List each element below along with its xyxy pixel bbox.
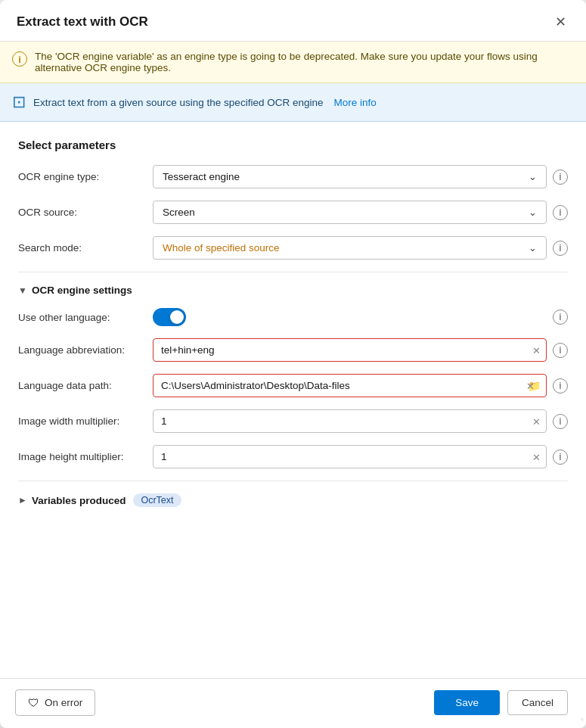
image-height-row: Image height multiplier: ✕ i [18, 445, 568, 468]
on-error-button[interactable]: 🛡 On error [15, 689, 95, 716]
image-width-info-icon[interactable]: i [553, 414, 568, 429]
toggle-knob [170, 310, 184, 324]
search-mode-select[interactable]: Whole of specified source ⌄ [153, 236, 547, 260]
language-data-path-info-icon[interactable]: i [553, 378, 568, 394]
chevron-expand-icon: ► [18, 495, 27, 506]
variables-label[interactable]: ► Variables produced [18, 495, 126, 506]
image-width-clear-icon[interactable]: ✕ [532, 415, 541, 427]
image-height-label: Image height multiplier: [18, 451, 145, 462]
shield-icon: 🛡 [28, 696, 39, 709]
chevron-down-icon: ⌄ [529, 207, 537, 218]
dialog-body: Select parameters OCR engine type: Tesse… [0, 122, 586, 678]
image-width-control: ✕ i [153, 409, 568, 433]
ocr-source-row: OCR source: Screen ⌄ i [18, 201, 568, 224]
chevron-down-icon: ⌄ [529, 171, 537, 182]
image-height-control: ✕ i [153, 445, 568, 468]
language-data-path-label: Language data path: [18, 380, 145, 391]
use-other-language-control: i [153, 308, 568, 326]
more-info-link[interactable]: More info [333, 97, 376, 108]
language-data-path-input[interactable] [153, 374, 547, 397]
engine-settings-label: OCR engine settings [32, 285, 132, 296]
warning-icon: i [12, 51, 27, 67]
engine-settings-header[interactable]: ▼ OCR engine settings [18, 285, 568, 296]
image-width-row: Image width multiplier: ✕ i [18, 409, 568, 433]
path-icons: 📁 ✕ [528, 380, 541, 392]
variables-text: Variables produced [32, 495, 126, 506]
language-abbreviation-clear-icon[interactable]: ✕ [532, 344, 541, 356]
search-mode-row: Search mode: Whole of specified source ⌄… [18, 236, 568, 260]
ocr-source-control: Screen ⌄ i [153, 201, 568, 224]
image-height-wrapper: ✕ [153, 445, 547, 468]
use-other-language-info-icon[interactable]: i [553, 310, 568, 325]
use-other-language-row: Use other language: i [18, 308, 568, 326]
language-abbreviation-label: Language abbreviation: [18, 344, 145, 356]
warning-text: The 'OCR engine variable' as an engine t… [35, 51, 571, 73]
image-height-info-icon[interactable]: i [553, 450, 568, 465]
chevron-down-icon: ⌄ [529, 242, 537, 254]
ocr-source-select[interactable]: Screen ⌄ [153, 201, 547, 224]
chevron-collapse-icon: ▼ [18, 285, 27, 296]
close-button[interactable]: ✕ [550, 14, 571, 30]
language-abbreviation-info-icon[interactable]: i [553, 343, 568, 358]
language-abbreviation-wrapper: ✕ [153, 338, 547, 362]
ocr-engine-info-icon[interactable]: i [553, 170, 568, 185]
language-data-path-row: Language data path: 📁 ✕ i [18, 374, 568, 397]
variables-row: ► Variables produced OcrText [18, 493, 568, 507]
dialog-footer: 🛡 On error Save Cancel [0, 678, 586, 728]
image-width-input[interactable] [153, 409, 547, 433]
search-mode-label: Search mode: [18, 242, 145, 254]
ocr-banner-icon: ⊡ [12, 92, 26, 112]
ocr-source-value: Screen [163, 207, 195, 218]
image-height-clear-icon[interactable]: ✕ [532, 451, 541, 462]
ocr-engine-label: OCR engine type: [18, 171, 145, 182]
extract-text-dialog: Extract text with OCR ✕ i The 'OCR engin… [0, 0, 586, 728]
info-banner: ⊡ Extract text from a given source using… [0, 83, 586, 122]
image-width-wrapper: ✕ [153, 409, 547, 433]
resize-handle[interactable]: ⌝ [580, 717, 584, 726]
use-other-language-label: Use other language: [18, 312, 145, 323]
ocr-source-info-icon[interactable]: i [553, 205, 568, 220]
ocr-source-label: OCR source: [18, 207, 145, 218]
variables-badge: OcrText [133, 493, 181, 507]
language-abbreviation-row: Language abbreviation: ✕ i [18, 338, 568, 362]
language-data-path-clear-icon[interactable]: ✕ [526, 380, 535, 391]
info-banner-text: Extract text from a given source using t… [33, 97, 323, 108]
footer-right: Save Cancel [434, 690, 568, 715]
language-abbreviation-control: ✕ i [153, 338, 568, 362]
ocr-engine-value: Tesseract engine [163, 171, 240, 182]
search-mode-control: Whole of specified source ⌄ i [153, 236, 568, 260]
search-mode-value: Whole of specified source [163, 242, 280, 254]
section-title: Select parameters [18, 138, 568, 151]
dialog-title: Extract text with OCR [17, 14, 148, 30]
use-other-language-toggle[interactable] [153, 308, 186, 326]
image-width-label: Image width multiplier: [18, 415, 145, 427]
language-data-path-control: 📁 ✕ i [153, 374, 568, 397]
search-mode-info-icon[interactable]: i [553, 241, 568, 256]
section-divider [18, 272, 568, 272]
language-abbreviation-input[interactable] [153, 338, 547, 362]
variables-divider [18, 481, 568, 481]
warning-banner: i The 'OCR engine variable' as an engine… [0, 42, 586, 83]
ocr-engine-control: Tesseract engine ⌄ i [153, 165, 568, 188]
ocr-engine-row: OCR engine type: Tesseract engine ⌄ i [18, 165, 568, 188]
cancel-button[interactable]: Cancel [507, 690, 568, 715]
ocr-engine-select[interactable]: Tesseract engine ⌄ [153, 165, 547, 188]
language-data-path-wrapper: 📁 ✕ [153, 374, 547, 397]
dialog-header: Extract text with OCR ✕ [0, 0, 586, 42]
image-height-input[interactable] [153, 445, 547, 468]
on-error-label: On error [45, 697, 82, 708]
save-button[interactable]: Save [434, 690, 500, 715]
